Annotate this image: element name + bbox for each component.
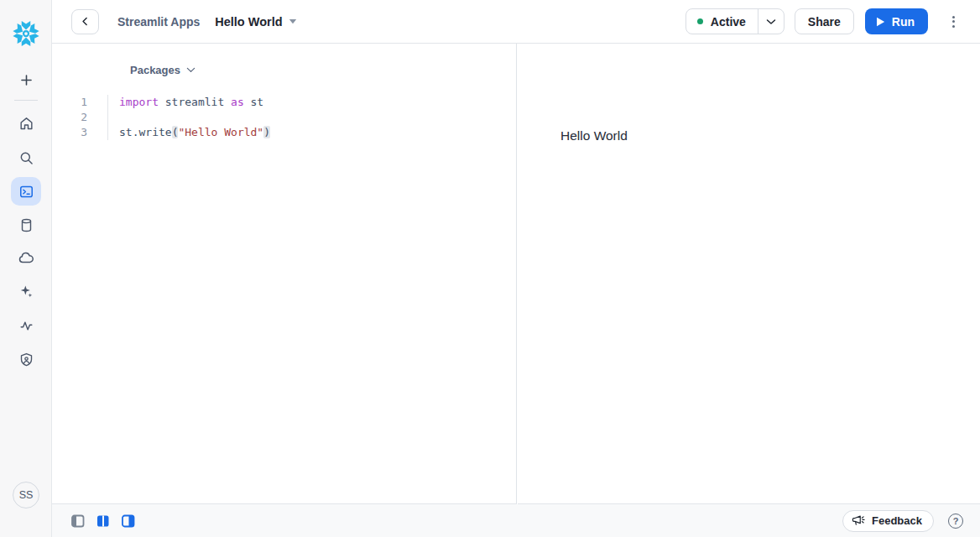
sidebar: SS <box>0 0 52 537</box>
packages-dropdown[interactable]: Packages <box>130 64 516 76</box>
chevron-down-icon <box>186 67 195 73</box>
play-icon <box>876 17 885 27</box>
layout-editor-only-icon[interactable] <box>71 514 85 528</box>
admin-shield-icon[interactable] <box>0 347 52 371</box>
status-split-button: Active <box>685 8 785 34</box>
code-token-string: "Hello World" <box>178 126 263 138</box>
app-preview-panel: Hello World <box>518 44 980 504</box>
help-icon[interactable]: ? <box>948 514 963 529</box>
status-dropdown-button[interactable] <box>758 9 784 34</box>
active-status-dot <box>697 18 703 24</box>
plus-icon[interactable] <box>0 68 52 91</box>
breadcrumb-section[interactable]: Streamlit Apps <box>117 15 200 29</box>
header-bar: Streamlit Apps Hello World Active Share … <box>52 0 980 44</box>
share-button[interactable]: Share <box>795 8 854 34</box>
status-label: Active <box>711 15 746 29</box>
code-area[interactable]: 1 import streamlit as st 2 3 st.write("H… <box>52 95 516 140</box>
app-output-text: Hello World <box>560 128 980 143</box>
feedback-label: Feedback <box>872 514 922 527</box>
footer-bar: Feedback ? <box>52 504 980 537</box>
code-token-bracket: ) <box>263 126 270 138</box>
home-icon[interactable] <box>0 112 52 135</box>
app-name-caret-icon[interactable] <box>289 18 297 24</box>
projects-terminal-icon[interactable] <box>0 180 52 203</box>
layout-split-icon[interactable] <box>96 514 110 528</box>
code-token: st.write <box>119 126 172 138</box>
status-button[interactable]: Active <box>686 9 758 34</box>
code-line-2: 2 <box>52 110 516 125</box>
layout-preview-only-icon[interactable] <box>122 514 135 528</box>
line-number: 1 <box>52 95 108 110</box>
chevron-left-icon <box>80 16 91 27</box>
feedback-button[interactable]: Feedback <box>842 510 934 532</box>
snowflake-logo[interactable] <box>11 18 41 49</box>
monitoring-pulse-icon[interactable] <box>0 314 52 337</box>
code-token: import <box>119 96 159 108</box>
back-button[interactable] <box>71 9 99 34</box>
line-number: 2 <box>52 110 108 125</box>
code-line-3: 3 st.write("Hello World") <box>52 125 516 140</box>
layout-toggle-group <box>71 514 135 528</box>
database-icon[interactable] <box>0 213 52 237</box>
breadcrumb-current: Hello World <box>215 15 282 29</box>
cloud-icon[interactable] <box>0 246 52 269</box>
code-token: as <box>231 96 244 108</box>
ai-sparkles-icon[interactable] <box>0 279 52 303</box>
sidebar-divider <box>14 100 38 101</box>
run-label: Run <box>892 15 915 29</box>
more-options-kebab-icon[interactable] <box>943 9 963 34</box>
code-token: st <box>244 96 263 108</box>
code-token: streamlit <box>159 96 231 108</box>
line-number: 3 <box>52 125 108 140</box>
search-icon[interactable] <box>0 146 52 169</box>
code-line-1: 1 import streamlit as st <box>52 95 516 110</box>
megaphone-icon <box>852 514 866 527</box>
user-avatar[interactable]: SS <box>13 482 39 508</box>
chevron-down-icon <box>766 18 776 25</box>
packages-label: Packages <box>130 64 180 76</box>
run-button[interactable]: Run <box>865 8 928 34</box>
code-editor-panel: Packages 1 import streamlit as st 2 3 st… <box>52 44 517 504</box>
